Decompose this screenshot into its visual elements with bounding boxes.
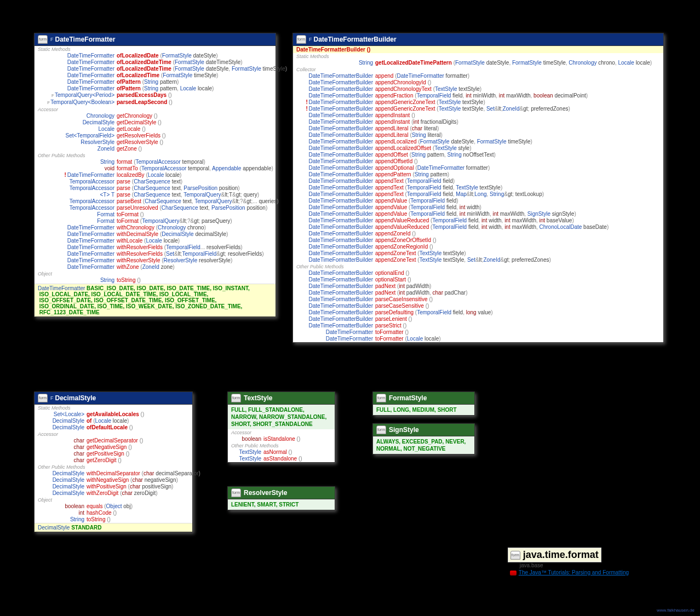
section-collector: Collector <box>293 66 663 73</box>
method-row: DateTimeFormatterBuilderoptionalEnd () <box>293 270 663 277</box>
method-row: DateTimeFormatterBuilderappendLocalized … <box>293 139 663 145</box>
method-row: DateTimeFormatterwithResolverFields (Tem… <box>35 244 276 251</box>
method-row: DateTimeFormatterBuilderappendInstant (i… <box>293 119 663 125</box>
method-row: DateTimeFormatterofLocalizedDate (Format… <box>35 53 276 59</box>
method-row: DateTimeFormatterBuilderpadNext (int pad… <box>293 290 663 296</box>
class-header: form F DateTimeFormatterBuilder <box>293 33 663 46</box>
class-title: DateTimeFormatter <box>55 36 116 43</box>
method-row: StringtoString () <box>35 277 276 284</box>
method-row: DateTimeFormatterBuilderappendLiteral (c… <box>293 125 663 132</box>
package-module: java.base <box>508 562 629 568</box>
method-row: DecimalStylewithPositiveSign (char posit… <box>35 483 192 490</box>
class-icon: form <box>296 35 306 44</box>
package-info: form java.time.format java.base The Java… <box>508 548 629 575</box>
method-row: ZoneIdgetZone () <box>35 146 276 152</box>
method-row: LocalegetLocale () <box>35 126 276 133</box>
method-row: DateTimeFormatterBuilderappendFraction (… <box>293 93 663 99</box>
constructor: DateTimeFormatterBuilder () <box>296 47 370 53</box>
constants-type: DateTimeFormatter <box>38 285 85 291</box>
method-row: DateTimeFormatterBuilderparseDefaulting … <box>293 309 663 316</box>
enum-icon: form <box>376 394 386 402</box>
enum-icon: form <box>376 425 386 434</box>
method-row: DateTimeFormatterBuilderappendOffsetId (… <box>293 158 663 165</box>
method-row: Set<TemporalField>getResolverFields () <box>35 133 276 139</box>
method-row: DateTimeFormatterBuilderappendZoneText (… <box>293 250 663 257</box>
method-row: FormattoFormat () <box>35 211 276 218</box>
method-row: !DateTimeFormatterBuilderappendGenericZo… <box>293 99 663 106</box>
class-header: form F DecimalStyle <box>35 392 192 405</box>
method-row: DateTimeFormatterwithResolverStyle (Reso… <box>35 257 276 264</box>
method-row: DateTimeFormatterBuilderparseStrict () <box>293 323 663 329</box>
method-row: ChronologygetChronology () <box>35 113 276 119</box>
enum-title: TextStyle <box>244 394 272 402</box>
method-row: DateTimeFormatterBuilderappendText (Temp… <box>293 185 663 191</box>
enum-header: form FormatStyle <box>373 392 474 405</box>
constants-type: DecimalStyle <box>38 525 70 531</box>
method-row: DateTimeFormatterBuilderappendChronology… <box>293 86 663 93</box>
method-row: DateTimeFormatterBuilderappendInstant () <box>293 112 663 119</box>
constants-row: DateTimeFormatter BASIC_ISO_DATE, ISO_DA… <box>35 284 276 316</box>
method-row: DecimalStyleof (Locale locale) <box>35 418 192 424</box>
watermark: www.falkhausen.de <box>657 608 695 613</box>
method-row: !DateTimeFormatterBuilderappendGenericZo… <box>293 106 663 112</box>
section-accessor: Accessor <box>35 431 192 437</box>
enum-header: form ResolverStyle <box>228 487 335 499</box>
method-row: FTemporalQuery<Period>parsedExcessDays (… <box>35 92 276 99</box>
class-title: DateTimeFormatterBuilder <box>314 36 397 43</box>
section-other: Other Public Methods <box>293 263 663 270</box>
method-row: DateTimeFormatterwithZone (ZoneId zone) <box>35 264 276 270</box>
class-datetimeformatterbuilder: form F DateTimeFormatterBuilder DateTime… <box>292 33 664 343</box>
method-row: chargetZeroDigit () <box>35 457 192 464</box>
enum-icon: form <box>231 394 241 402</box>
section-other: Other Public Methods <box>35 152 276 159</box>
class-icon: form <box>38 394 48 402</box>
method-row: TemporalAccessorparse (CharSequence text… <box>35 179 276 185</box>
constants-values: STANDARD <box>71 525 101 531</box>
section-static: Static Methods <box>35 405 192 411</box>
enum-values: FULL, FULL_STANDALONE, NARROW, NARROW_ST… <box>228 405 335 429</box>
method-row: DecimalStylewithDecimalSeparator (char d… <box>35 470 192 477</box>
section-static: Static Methods <box>293 53 663 60</box>
method-row: DateTimeFormatterBuilderappendZoneText (… <box>293 257 663 263</box>
enum-title: ResolverStyle <box>244 489 287 497</box>
method-row: DateTimeFormatterBuilderoptionalStart () <box>293 277 663 283</box>
method-row: StringtoString () <box>35 516 192 523</box>
final-marker: F <box>50 37 54 42</box>
method-row: TemporalAccessorparse (CharSequence text… <box>35 185 276 192</box>
final-marker: F <box>50 395 54 401</box>
method-row: Set<Locale>getAvailableLocales () <box>35 411 192 418</box>
class-decimalstyle: form F DecimalStyle Static Methods Set<L… <box>34 392 193 532</box>
method-row: DateTimeFormatterBuilderparseCaseSensiti… <box>293 303 663 309</box>
section-object: Object <box>35 497 192 503</box>
package-icon: form <box>510 551 520 560</box>
class-icon: form <box>38 35 48 44</box>
method-row: TextStyleasStandalone () <box>228 456 335 462</box>
method-row: DateTimeFormatterBuilderappendValueReduc… <box>293 217 663 224</box>
constructor-row: DateTimeFormatterBuilder () <box>293 46 663 53</box>
method-row: DateTimeFormatterBuilderappend (DateTime… <box>293 73 663 79</box>
method-row: DateTimeFormatterwithChronology (Chronol… <box>35 224 276 231</box>
method-row: DateTimeFormatterBuilderappendLiteral (S… <box>293 132 663 139</box>
method-row: ResolverStylegetResolverStyle () <box>35 139 276 146</box>
section-accessor: Accessor <box>228 429 335 436</box>
method-row: DateTimeFormatterBuilderappendLocalizedO… <box>293 145 663 152</box>
method-row: DateTimeFormatterBuilderappendPattern (S… <box>293 171 663 178</box>
method-row: DateTimeFormatterofLocalizedDateTime (Fo… <box>35 66 276 72</box>
method-row: DateTimeFormatterofLocalizedTime (Format… <box>35 72 276 79</box>
method-row: DecimalStylewithZeroDigit (char zeroDigi… <box>35 490 192 497</box>
tutorial-link[interactable]: The Java™ Tutorials: Parsing and Formatt… <box>508 569 629 575</box>
enum-signstyle: form SignStyle ALWAYS, EXCEEDS_PAD, NEVE… <box>372 423 475 454</box>
class-header: form F DateTimeFormatter <box>35 33 276 46</box>
method-row: DateTimeFormatterBuilderpadNext (int pad… <box>293 283 663 290</box>
method-row: DateTimeFormatterBuilderappendChronology… <box>293 79 663 86</box>
final-marker: F <box>309 37 312 42</box>
method-row: !DateTimeFormatterlocalizedBy (Locale lo… <box>35 172 276 179</box>
method-row: DateTimeFormatterBuilderappendText (Temp… <box>293 191 663 198</box>
method-row: DateTimeFormatterBuilderappendOptional (… <box>293 165 663 171</box>
method-row: chargetDecimalSeparator () <box>35 437 192 444</box>
method-row: DecimalStyleofDefaultLocale () <box>35 424 192 431</box>
method-row: chargetNegativeSign () <box>35 444 192 451</box>
method-row: DateTimeFormatterBuilderappendZoneId () <box>293 231 663 237</box>
method-row: DateTimeFormatterBuilderparseLenient () <box>293 316 663 323</box>
method-row: StringgetLocalizedDateTimePattern (Forma… <box>293 60 663 66</box>
